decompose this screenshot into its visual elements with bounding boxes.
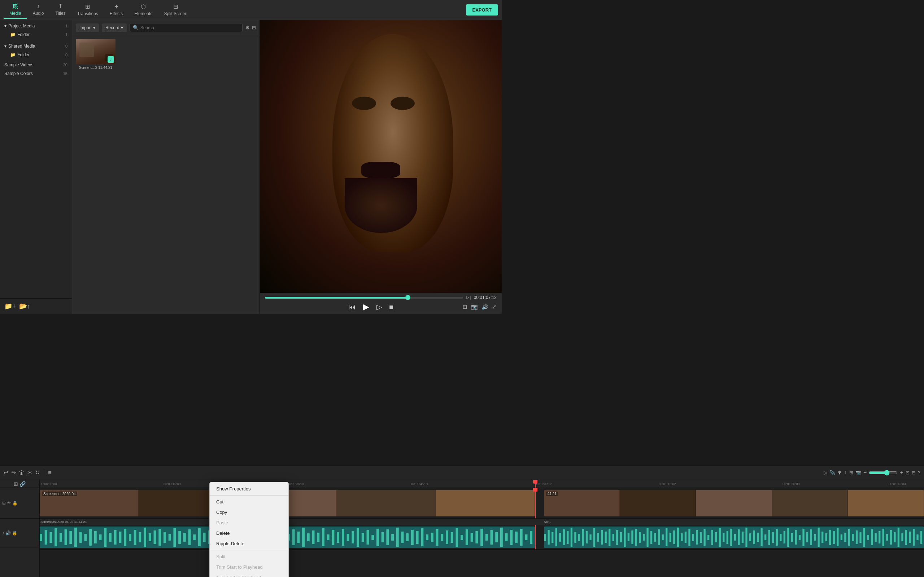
top-navigation: 🖼 Media ♪ Audio T Titles ⊞ Transitions ✦… (0, 0, 502, 20)
sidebar: ▾ Project Media 1 📁 Folder 1 ▾ Shared Me… (0, 20, 72, 314)
progress-bar-wrap: ⊳| 00:01:07:12 (265, 295, 497, 300)
sidebar-item-folder-2[interactable]: 📁 Folder 0 (0, 50, 72, 59)
progress-fill (265, 297, 408, 298)
preview-video (260, 20, 502, 293)
nav-tabs: 🖼 Media ♪ Audio T Titles ⊞ Transitions ✦… (3, 1, 466, 19)
record-button[interactable]: Record ▾ (102, 23, 127, 32)
folder-2-label: Folder (17, 52, 30, 57)
folder-1-label: Folder (17, 32, 30, 37)
tab-titles-label: Titles (55, 11, 65, 16)
grid-icon[interactable]: ⊞ (252, 25, 256, 30)
tab-splitscreen[interactable]: ⊟ Split Screen (158, 1, 193, 19)
shared-media-section: ▾ Shared Media 0 📁 Folder 0 (0, 40, 72, 61)
volume-icon[interactable]: 🔊 (481, 304, 488, 310)
toolbar-icons: ⚙ ⊞ (246, 25, 256, 30)
preview-panel: ⊳| 00:01:07:12 ⏮ ▶ ▷ ■ ⊞ 📷 🔊 ⤢ (260, 20, 502, 314)
filter-icon[interactable]: ⚙ (246, 25, 250, 30)
tab-effects[interactable]: ✦ Effects (104, 1, 129, 19)
preview-controls: ⊳| 00:01:07:12 ⏮ ▶ ▷ ■ ⊞ 📷 🔊 ⤢ (260, 293, 502, 314)
shared-media-label: Shared Media (8, 44, 36, 49)
splitscreen-icon: ⊟ (173, 3, 178, 10)
import-button[interactable]: Import ▾ (76, 23, 99, 32)
elements-icon: ⬡ (141, 3, 146, 10)
media-item-0[interactable]: ✓ Screenc...2 11.44.21 (76, 39, 115, 310)
import-label: Import (79, 25, 92, 30)
record-label: Record (105, 25, 120, 30)
tab-elements-label: Elements (134, 11, 152, 16)
sidebar-item-project-media[interactable]: ▾ Project Media 1 (0, 22, 72, 30)
audio-icon: ♪ (37, 3, 40, 10)
fullscreen-icon[interactable]: ⤢ (492, 304, 497, 310)
tab-splitscreen-label: Split Screen (164, 11, 187, 16)
tab-audio[interactable]: ♪ Audio (27, 1, 50, 19)
tab-audio-label: Audio (33, 11, 44, 16)
project-media-section: ▾ Project Media 1 📁 Folder 1 (0, 20, 72, 40)
media-icon: 🖼 (12, 3, 18, 10)
search-box: 🔍 (129, 23, 242, 32)
play-forward-button[interactable]: ▷ (376, 303, 382, 311)
play-button[interactable]: ▶ (363, 302, 369, 311)
progress-thumb (405, 295, 410, 300)
tab-elements[interactable]: ⬡ Elements (129, 1, 158, 19)
sidebar-item-shared-media[interactable]: ▾ Shared Media 0 (0, 42, 72, 50)
rewind-button[interactable]: ⏮ (349, 303, 356, 311)
shared-media-count: 0 (65, 44, 68, 48)
search-icon: 🔍 (133, 25, 139, 30)
sample-videos-label: Sample Videos (4, 62, 34, 68)
sample-colors-label: Sample Colors (4, 71, 33, 76)
media-thumbnail-0: ✓ (76, 39, 115, 64)
camera-icon[interactable]: 📷 (471, 304, 478, 310)
media-grid: ✓ Screenc...2 11.44.21 (72, 35, 260, 314)
tab-transitions-label: Transitions (77, 11, 98, 16)
playback-buttons: ⏮ ▶ ▷ ■ (349, 302, 393, 311)
transitions-icon: ⊞ (85, 3, 90, 10)
project-media-count: 1 (65, 24, 68, 28)
project-media-label: Project Media (8, 23, 35, 29)
folder-icon: 📁 (10, 32, 16, 37)
tab-media[interactable]: 🖼 Media (3, 1, 27, 19)
media-content-panel: Import ▾ Record ▾ 🔍 ⚙ ⊞ (72, 20, 260, 314)
titles-icon: T (59, 3, 63, 10)
import-folder-button[interactable]: 📂↑ (19, 302, 30, 310)
time-display: 00:01:07:12 (474, 295, 497, 300)
sidebar-bottom: 📁+ 📂↑ (0, 298, 72, 314)
tab-media-label: Media (10, 11, 21, 16)
sample-colors-count: 15 (63, 71, 68, 76)
progress-bar[interactable] (265, 297, 463, 298)
screenshot-icon[interactable]: ⊞ (463, 304, 467, 310)
search-input[interactable] (141, 25, 239, 30)
folder-1-count: 1 (65, 32, 68, 37)
add-folder-button[interactable]: 📁+ (4, 302, 16, 310)
sidebar-item-sample-colors[interactable]: Sample Colors 15 (0, 69, 72, 78)
expand-arrow-2: ▾ (4, 44, 6, 49)
import-chevron-icon: ▾ (93, 25, 95, 30)
sidebar-item-sample-videos[interactable]: Sample Videos 20 (0, 61, 72, 69)
export-button[interactable]: EXPORT (466, 4, 498, 16)
media-item-label-0: Screenc...2 11.44.21 (76, 66, 115, 69)
sidebar-item-folder-1[interactable]: 📁 Folder 1 (0, 30, 72, 39)
effects-icon: ✦ (114, 3, 119, 10)
tab-transitions[interactable]: ⊞ Transitions (71, 1, 104, 19)
folder-2-count: 0 (65, 53, 68, 57)
expand-arrow: ▾ (4, 23, 6, 29)
tab-titles[interactable]: T Titles (50, 1, 71, 19)
tab-effects-label: Effects (110, 11, 123, 16)
record-chevron-icon: ▾ (121, 25, 123, 30)
sample-videos-count: 20 (63, 63, 68, 67)
content-toolbar: Import ▾ Record ▾ 🔍 ⚙ ⊞ (72, 20, 260, 35)
stop-button[interactable]: ■ (389, 303, 393, 311)
folder-icon-2: 📁 (10, 52, 16, 57)
check-badge-0: ✓ (108, 56, 114, 63)
